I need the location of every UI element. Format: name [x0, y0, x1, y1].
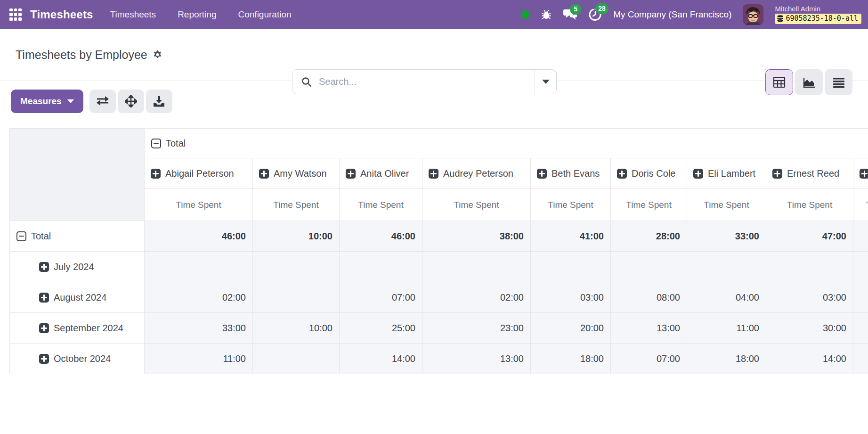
measures-button[interactable]: Measures: [11, 90, 83, 113]
pivot-row-header[interactable]: August 2024: [10, 282, 145, 313]
expand-plus-icon[interactable]: [346, 169, 356, 179]
expand-plus-icon[interactable]: [39, 354, 49, 364]
pivot-column-header-1[interactable]: Amy Watson: [253, 158, 340, 189]
measure-header[interactable]: Time Spent: [422, 189, 531, 221]
page-title: Timesheets by Employee: [16, 48, 147, 62]
menu-item-timesheets[interactable]: Timesheets: [109, 7, 157, 23]
debug-bug-icon[interactable]: [541, 9, 552, 20]
messages-count-badge: 5: [570, 4, 581, 15]
user-menu[interactable]: Mitchell Admin 69058235-18-0-all: [775, 5, 861, 25]
row-label: August 2024: [54, 292, 106, 303]
pivot-cell: [853, 252, 868, 282]
row-label: October 2024: [54, 353, 111, 364]
user-name: Mitchell Admin: [775, 5, 861, 13]
pivot-row: October 202411:0014:0013:0018:0007:0018:…: [10, 344, 868, 374]
measure-header[interactable]: Time Spent: [145, 189, 253, 221]
pivot-row-header[interactable]: October 2024: [10, 344, 145, 374]
expand-plus-icon[interactable]: [39, 293, 49, 303]
download-button[interactable]: [146, 90, 172, 113]
flip-axis-icon: [96, 96, 109, 106]
measure-header[interactable]: Time Spent: [340, 189, 422, 221]
menu-item-configuration[interactable]: Configuration: [237, 7, 292, 23]
search-filters-toggle[interactable]: [535, 70, 556, 94]
chevron-down-icon: [542, 80, 550, 84]
graph-view-icon: [803, 76, 816, 89]
pivot-cell: [531, 252, 611, 282]
pivot-cell: [853, 344, 868, 374]
view-button-graph[interactable]: [795, 69, 823, 95]
expand-all-button[interactable]: [118, 90, 144, 113]
pivot-row: July 2024: [10, 252, 868, 282]
pivot-row: Total46:0010:0046:0038:0041:0028:0033:00…: [10, 221, 868, 252]
pivot-cell: 11:00: [145, 344, 253, 374]
pivot-cell: 18:00: [531, 344, 611, 374]
search-icon: [301, 76, 312, 88]
row-label: Total: [31, 231, 51, 242]
pivot-cell: 10:00: [253, 313, 340, 344]
pivot-column-header-6[interactable]: Eli Lambert: [687, 158, 766, 189]
expand-plus-icon[interactable]: [617, 169, 627, 179]
menu-item-reporting[interactable]: Reporting: [177, 7, 217, 23]
expand-plus-icon[interactable]: [39, 323, 49, 333]
measure-header[interactable]: Time Spent: [853, 189, 868, 221]
messages-icon[interactable]: 5: [563, 8, 577, 21]
measure-header[interactable]: Time Spent: [766, 189, 853, 221]
column-label: Eli Lambert: [708, 168, 755, 179]
pivot-column-group-total[interactable]: Total: [145, 129, 868, 158]
pivot-cell: 14:00: [766, 344, 853, 374]
gear-icon[interactable]: [153, 50, 162, 60]
expand-plus-icon[interactable]: [39, 262, 49, 272]
pivot-column-header-2[interactable]: Anita Oliver: [340, 158, 422, 189]
pivot-column-header-0[interactable]: Abigail Peterson: [145, 158, 253, 189]
activities-clock-icon[interactable]: 28: [589, 8, 602, 21]
measure-header[interactable]: Time Spent: [611, 189, 687, 221]
measure-header[interactable]: Time Spent: [253, 189, 340, 221]
avatar[interactable]: [743, 4, 763, 25]
pivot-cell: 33:00: [687, 221, 766, 252]
measure-header[interactable]: Time Spent: [531, 189, 611, 221]
pivot-cell: [853, 313, 868, 344]
view-button-list[interactable]: [825, 69, 852, 95]
search-input[interactable]: [312, 76, 535, 87]
pivot-column-header-4[interactable]: Beth Evans: [531, 158, 611, 189]
pivot-cell: 38:00: [422, 221, 531, 252]
company-switcher[interactable]: My Company (San Francisco): [613, 9, 731, 20]
pivot-column-header-3[interactable]: Audrey Peterson: [422, 158, 531, 189]
column-label: Amy Watson: [274, 168, 327, 179]
column-label: Abigail Peterson: [165, 168, 234, 179]
apps-menu-button[interactable]: [8, 7, 24, 23]
pivot-column-header-5[interactable]: Doris Cole: [611, 158, 687, 189]
pivot-column-header-partial[interactable]: [853, 158, 868, 189]
pivot-column-header-7[interactable]: Ernest Reed: [766, 158, 853, 189]
expand-plus-icon[interactable]: [693, 169, 703, 179]
expand-plus-icon[interactable]: [537, 169, 547, 179]
column-group-label: Total: [166, 138, 186, 149]
expand-plus-icon[interactable]: [259, 169, 269, 179]
pivot-cell: [766, 252, 853, 282]
expand-plus-icon[interactable]: [860, 169, 868, 179]
pivot-row-header[interactable]: September 2024: [10, 313, 145, 344]
pivot-cell: 03:00: [531, 282, 611, 313]
pivot-cell: 23:00: [422, 313, 531, 344]
app-brand[interactable]: Timesheets: [30, 8, 93, 21]
measure-header[interactable]: Time Spent: [687, 189, 766, 221]
pivot-row-header[interactable]: July 2024: [10, 252, 145, 282]
measures-label: Measures: [20, 96, 62, 106]
view-button-pivot[interactable]: [765, 69, 793, 95]
chevron-down-icon: [67, 99, 74, 103]
expand-plus-icon[interactable]: [429, 169, 438, 179]
collapse-minus-icon[interactable]: [151, 139, 161, 148]
list-view-icon: [833, 77, 845, 88]
collapse-minus-icon[interactable]: [16, 231, 26, 241]
pivot-view: TotalAbigail PetersonAmy WatsonAnita Oli…: [9, 128, 868, 374]
expand-plus-icon[interactable]: [772, 169, 782, 179]
pivot-cell: 13:00: [611, 313, 687, 344]
pivot-row: August 202402:0007:0002:0003:0008:0004:0…: [10, 282, 868, 313]
expand-plus-icon[interactable]: [151, 169, 161, 179]
pivot-cell: [340, 252, 422, 282]
pivot-cell: 13:00: [422, 344, 531, 374]
flip-axis-button[interactable]: [89, 90, 116, 113]
pivot-cell: [145, 252, 253, 282]
download-icon: [153, 96, 165, 107]
pivot-row-header[interactable]: Total: [10, 221, 145, 252]
